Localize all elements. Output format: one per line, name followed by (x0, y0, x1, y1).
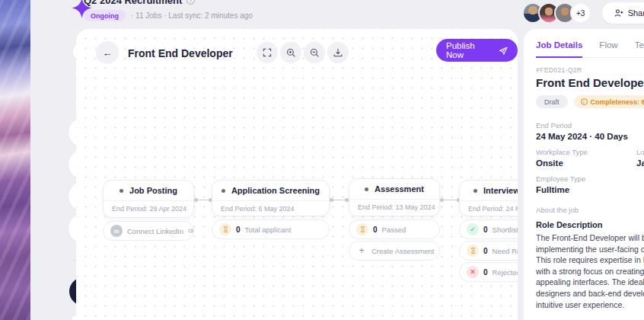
chip-label: Connect LinkedIn (127, 227, 183, 235)
decorative-artwork-strip (0, 0, 30, 320)
chip-label: Passed (382, 226, 406, 234)
linkedin-icon: in (110, 225, 123, 237)
flow-connector (331, 200, 347, 200)
total-applicant-chip[interactable]: 0 Total applicant (212, 219, 330, 239)
publish-label: Publish Now (446, 41, 493, 59)
status-badge: Ongoing (84, 10, 126, 21)
node-dot-icon (365, 187, 368, 191)
warning-circle-icon: ! (581, 98, 588, 105)
flow-connector (442, 200, 459, 200)
need-review-chip[interactable]: 0 Need Review (459, 241, 518, 261)
hourglass-icon (467, 245, 479, 257)
share-label: Share (628, 8, 644, 18)
node-end-period: End Period: 29 Apr 2024 (104, 201, 193, 213)
share-button[interactable]: Share (602, 2, 644, 24)
chip-count: 0 (483, 247, 488, 255)
chip-count: 0 (483, 226, 488, 234)
avatar-overflow-count[interactable]: +3 (570, 2, 591, 24)
chip-count: 0 (483, 268, 488, 277)
send-icon (499, 46, 508, 56)
zoom-in-button[interactable] (280, 42, 301, 63)
workplace-value: Onsite (536, 158, 636, 168)
back-button[interactable]: ← (96, 41, 119, 64)
workplace-label: Workplace Type (536, 148, 636, 156)
collaborators: +3 Share (522, 2, 644, 24)
completeness-badge: ! Completeness: 62% (574, 95, 644, 108)
draft-badge: Draft (536, 95, 568, 108)
top-bar: Q2 2024 Recruitment i Ongoing · 11 Jobs … (73, 0, 644, 29)
job-details-panel: Job Details Flow Team #FED021-Q2R Front … (524, 29, 644, 320)
role-description-text: The Front-End Developer will be responsi… (536, 232, 644, 310)
campaign-meta: · 11 Jobs · Last sync: 2 minutes ago (131, 11, 253, 20)
download-icon (333, 48, 343, 57)
tab-job-details[interactable]: Job Details (536, 40, 582, 58)
tab-flow[interactable]: Flow (599, 40, 617, 57)
chip-count: 0 (236, 226, 241, 234)
rejected-chip[interactable]: ✕ 0 Rejected (459, 262, 518, 282)
connect-linkedin-chip[interactable]: in Connect LinkedIn (103, 221, 194, 241)
node-end-period: End Period: 13 May 2024 (349, 200, 439, 211)
location-col: Location Jakarta (636, 148, 644, 168)
x-icon: ✕ (467, 266, 479, 278)
role-description-title: Role Description (536, 220, 644, 229)
location-value: Jakarta (636, 158, 644, 168)
campaign-title: Q2 2024 Recruitment (84, 0, 182, 6)
canvas-job-title: Front End Developer (128, 47, 233, 59)
fullscreen-button[interactable] (257, 42, 278, 63)
publish-now-button[interactable]: Publish Now (436, 39, 518, 62)
panel-tabs: Job Details Flow Team (536, 40, 644, 58)
job-title: Front End Developer (536, 76, 644, 89)
chip-count: 0 (373, 226, 378, 234)
fullscreen-icon (263, 48, 272, 57)
flow-node-application-screening[interactable]: Application Screening End Period: 6 May … (212, 180, 330, 216)
node-dot-icon (222, 189, 225, 193)
app-root: Q D Q2 2024 Recruitment i Ongoing · 11 J… (0, 0, 644, 320)
end-period-label: End Period (536, 121, 644, 130)
download-button[interactable] (327, 42, 349, 63)
zoom-out-icon (310, 48, 320, 58)
node-dot-icon (473, 189, 477, 193)
create-assessment-chip[interactable]: + Create Assessment (349, 241, 440, 261)
chip-label: Rejected (493, 268, 518, 277)
employee-type-label: Employee Type (536, 174, 644, 183)
node-end-period: End Period: 6 May 2024 (212, 201, 329, 213)
end-period-value: 24 May 2024 · 40 Days (536, 132, 644, 141)
chip-label: Total applicant (245, 226, 292, 234)
plus-icon: + (356, 245, 367, 256)
hourglass-icon (356, 223, 368, 235)
completeness-label: Completeness: 62% (591, 98, 644, 106)
hourglass-icon (219, 223, 231, 235)
node-title: Interview (483, 186, 518, 195)
chip-label: Create Assessment (371, 247, 434, 255)
chip-label: Need Review (493, 247, 518, 255)
campaign-header: Q2 2024 Recruitment i Ongoing · 11 Jobs … (84, 0, 253, 21)
flow-canvas[interactable]: ← Front End Developer Publish Now Job Po… (76, 29, 518, 320)
node-dot-icon (120, 189, 123, 193)
zoom-in-icon (286, 48, 296, 58)
tab-team[interactable]: Team (635, 40, 644, 57)
icon-rail: Q D (30, 0, 73, 320)
node-title: Job Posting (129, 186, 177, 195)
flow-node-interview[interactable]: Interview End Period: 24 May 2024 (459, 180, 518, 216)
node-title: Assessment (375, 184, 424, 194)
info-icon[interactable]: i (187, 0, 195, 5)
passed-chip[interactable]: 0 Passed (349, 219, 440, 239)
node-title: Application Screening (231, 186, 320, 195)
job-code: #FED021-Q2R (536, 66, 644, 74)
shortlisted-chip[interactable]: ✓ 0 Shortlisted (459, 219, 518, 239)
flow-connector (196, 200, 211, 200)
check-icon: ✓ (467, 223, 479, 235)
link-icon (188, 224, 194, 238)
node-end-period: End Period: 24 May 2024 (460, 201, 518, 213)
flow-node-assessment[interactable]: Assessment End Period: 13 May 2024 (349, 178, 440, 216)
workplace-col: Workplace Type Onsite (536, 148, 636, 168)
location-label: Location (636, 148, 644, 156)
chip-label: Shortlisted (493, 226, 518, 234)
back-arrow-icon: ← (103, 47, 113, 59)
flow-node-job-posting[interactable]: Job Posting End Period: 29 Apr 2024 (103, 180, 194, 218)
person-plus-icon (614, 8, 623, 18)
employee-type-value: Fulltime (536, 185, 644, 194)
about-the-job-label: About the job (536, 206, 644, 214)
zoom-out-button[interactable] (304, 42, 325, 63)
